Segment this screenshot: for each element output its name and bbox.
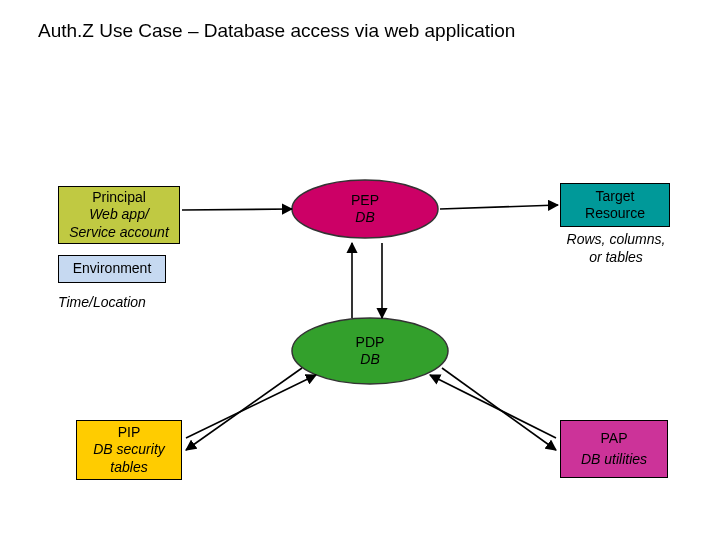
pdp-ellipse: PDP DB xyxy=(290,316,450,386)
pap-title: PAP xyxy=(601,430,628,448)
page-title: Auth.Z Use Case – Database access via we… xyxy=(38,20,515,42)
pdp-title: PDP xyxy=(356,334,385,352)
pep-title: PEP xyxy=(351,192,379,210)
principal-line2: Service account xyxy=(69,224,169,242)
pap-sub: DB utilities xyxy=(581,451,647,469)
principal-box: Principal Web app/ Service account xyxy=(58,186,180,244)
target-detail: Rows, columns, or tables xyxy=(560,231,672,266)
principal-line1: Web app/ xyxy=(89,206,149,224)
environment-title: Environment xyxy=(73,260,152,278)
pdp-sub: DB xyxy=(360,351,379,369)
target-detail-line1: Rows, columns, xyxy=(560,231,672,249)
pip-line2: tables xyxy=(110,459,147,477)
pep-ellipse: PEP DB xyxy=(290,178,440,240)
svg-line-7 xyxy=(186,368,302,450)
pip-line1: DB security xyxy=(93,441,165,459)
target-title: Target xyxy=(596,188,635,206)
target-detail-line2: or tables xyxy=(560,249,672,267)
environment-box: Environment xyxy=(58,255,166,283)
principal-title: Principal xyxy=(92,189,146,207)
timelocation-label: Time/Location xyxy=(58,294,146,310)
pep-sub: DB xyxy=(355,209,374,227)
target-sub: Resource xyxy=(585,205,645,223)
pip-title: PIP xyxy=(118,424,141,442)
svg-line-2 xyxy=(182,209,292,210)
pip-box: PIP DB security tables xyxy=(76,420,182,480)
svg-line-3 xyxy=(440,205,558,209)
svg-line-9 xyxy=(442,368,556,450)
target-box: Target Resource xyxy=(560,183,670,227)
pap-box: PAP DB utilities xyxy=(560,420,668,478)
